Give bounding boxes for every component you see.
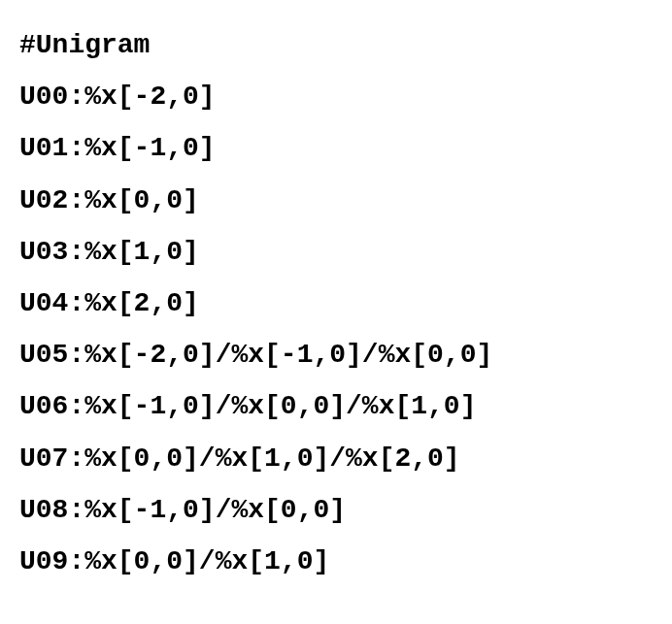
template-header: #Unigram xyxy=(19,19,653,71)
template-line-u06: U06:%x[-1,0]/%x[0,0]/%x[1,0] xyxy=(19,380,653,432)
template-line-u04: U04:%x[2,0] xyxy=(19,278,653,329)
template-line-u02: U02:%x[0,0] xyxy=(19,175,653,226)
template-line-u05: U05:%x[-2,0]/%x[-1,0]/%x[0,0] xyxy=(19,329,653,380)
template-line-u08: U08:%x[-1,0]/%x[0,0] xyxy=(19,484,653,536)
template-line-u01: U01:%x[-1,0] xyxy=(19,122,653,174)
template-line-u00: U00:%x[-2,0] xyxy=(19,71,653,122)
template-line-u03: U03:%x[1,0] xyxy=(19,226,653,278)
template-line-u07: U07:%x[0,0]/%x[1,0]/%x[2,0] xyxy=(19,433,653,484)
template-line-u09: U09:%x[0,0]/%x[1,0] xyxy=(19,536,653,587)
